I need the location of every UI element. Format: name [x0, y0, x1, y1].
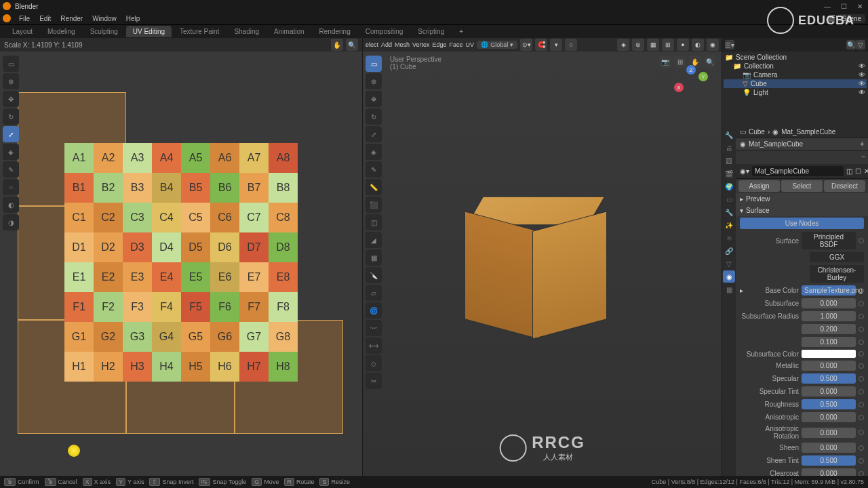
- proptab-material[interactable]: ◉: [723, 270, 735, 283]
- gizmo-toggle[interactable]: ◈: [617, 39, 629, 51]
- material-selector[interactable]: ◉▾ ◫ ☐ ✕: [736, 164, 868, 179]
- vp-bevel-tool[interactable]: ◢: [366, 232, 382, 248]
- material-unlink-icon[interactable]: ✕: [864, 167, 868, 175]
- property-socket[interactable]: [859, 340, 864, 345]
- header-select[interactable]: elect: [366, 41, 378, 48]
- proptab-viewlayer[interactable]: 🖼: [723, 155, 735, 167]
- expand-icon[interactable]: ▸: [740, 287, 743, 294]
- tab-sculpting[interactable]: Sculpting: [83, 26, 125, 37]
- material-browse-icon[interactable]: ◉▾: [740, 167, 749, 175]
- outliner-search-icon[interactable]: 🔍: [846, 40, 856, 49]
- vp-rip-tool[interactable]: ✂: [366, 373, 382, 389]
- material-users-icon[interactable]: ◫: [846, 167, 852, 175]
- relax-tool[interactable]: ◐: [3, 197, 19, 213]
- surface-value[interactable]: Principled BSDF: [802, 232, 856, 249]
- visibility-icon[interactable]: 👁: [859, 89, 865, 96]
- tab-scripting[interactable]: Scripting: [411, 26, 451, 37]
- snap-toggle[interactable]: 🧲: [535, 39, 547, 51]
- tab-texturepaint[interactable]: Texture Paint: [173, 26, 226, 37]
- vp-rotate-tool[interactable]: ↻: [366, 108, 382, 125]
- property-socket[interactable]: [859, 376, 864, 382]
- vp-annotate-tool[interactable]: ✎: [366, 161, 382, 178]
- property-socket[interactable]: [859, 471, 864, 476]
- tab-add[interactable]: +: [452, 26, 470, 37]
- property-value[interactable]: 0.000: [802, 361, 856, 371]
- visibility-icon[interactable]: 👁: [859, 62, 865, 70]
- orientation-dropdown[interactable]: 🌐 Global ▾: [477, 41, 517, 49]
- tab-animation[interactable]: Animation: [267, 26, 311, 37]
- scale-tool[interactable]: ⤢: [3, 126, 19, 142]
- property-socket[interactable]: [859, 389, 864, 394]
- assign-button[interactable]: Assign: [738, 180, 780, 192]
- remove-material-button[interactable]: −: [859, 150, 868, 163]
- menu-edit[interactable]: Edit: [35, 14, 55, 24]
- proptab-world[interactable]: 🌍: [723, 180, 735, 192]
- vp-polybuild-tool[interactable]: ▱: [366, 285, 382, 301]
- outliner-mode-icon[interactable]: ☰▾: [725, 40, 734, 49]
- vp-select-tool[interactable]: ▭: [366, 56, 382, 72]
- shading-material[interactable]: ◐: [692, 39, 704, 51]
- vp-shrink-tool[interactable]: ◇: [366, 355, 382, 371]
- visibility-icon[interactable]: 👁: [859, 80, 865, 87]
- property-value[interactable]: 0.500: [802, 399, 856, 409]
- vp-extrude-tool[interactable]: ⬛: [366, 197, 382, 213]
- tab-layout[interactable]: Layout: [5, 26, 39, 37]
- pivot-dropdown[interactable]: ⊙▾: [520, 39, 532, 51]
- grab-tool[interactable]: ○: [3, 179, 19, 195]
- proportional-toggle[interactable]: ○: [565, 39, 577, 51]
- cube-mesh[interactable]: [465, 187, 607, 336]
- menu-window[interactable]: Window: [88, 14, 121, 24]
- vp-knife-tool[interactable]: 🔪: [366, 267, 382, 283]
- proptab-texture[interactable]: ▦: [723, 283, 735, 296]
- navigation-gizmo[interactable]: X Y Z: [674, 65, 708, 99]
- vp-loopcut-tool[interactable]: ▦: [366, 249, 382, 266]
- transform-tool[interactable]: ◈: [3, 144, 19, 160]
- snap-dropdown[interactable]: ▾: [550, 39, 562, 51]
- property-socket[interactable]: [859, 445, 864, 451]
- select-tool[interactable]: ▭: [3, 56, 19, 72]
- property-socket[interactable]: [859, 458, 864, 464]
- select-button[interactable]: Select: [781, 180, 823, 192]
- vp-spin-tool[interactable]: 🌀: [366, 302, 382, 319]
- tab-modeling[interactable]: Modeling: [41, 26, 82, 37]
- vp-move-tool[interactable]: ✥: [366, 91, 382, 107]
- header-uv[interactable]: UV: [466, 41, 475, 48]
- property-value[interactable]: 0.000: [802, 412, 856, 422]
- property-value[interactable]: 0.200: [802, 324, 856, 334]
- shading-solid[interactable]: ●: [677, 39, 689, 51]
- tree-scene-collection[interactable]: 📁 Scene Collection: [724, 53, 867, 62]
- tree-collection[interactable]: 📁 Collection 👁: [724, 62, 867, 70]
- material-new-icon[interactable]: ☐: [855, 167, 861, 175]
- overlay-toggle[interactable]: ⊚: [632, 39, 644, 51]
- property-value[interactable]: 0.500: [802, 455, 856, 466]
- proptab-render[interactable]: 🔧: [723, 129, 735, 141]
- shading-rendered[interactable]: ◉: [707, 39, 719, 51]
- preview-section[interactable]: ▸ Preview: [736, 193, 868, 205]
- tab-rendering[interactable]: Rendering: [313, 26, 357, 37]
- vp-edgeslide-tool[interactable]: ⟷: [366, 338, 382, 354]
- property-socket[interactable]: [859, 301, 864, 306]
- property-value[interactable]: 0.100: [802, 337, 856, 347]
- uv-canvas[interactable]: ▭ ⊕ ✥ ↻ ⤢ ◈ ✎ ○ ◐ ◑ A1A2A3A4A5A6A: [0, 52, 362, 476]
- proptab-constraint[interactable]: 🔗: [723, 245, 735, 257]
- property-value[interactable]: 1.000: [802, 311, 856, 321]
- outliner-filter-icon[interactable]: ▽: [856, 40, 865, 49]
- vp-inset-tool[interactable]: ◫: [366, 214, 382, 230]
- proptab-modifier[interactable]: 🔧: [723, 206, 735, 218]
- material-name-input[interactable]: [752, 166, 844, 176]
- property-socket[interactable]: [859, 327, 864, 332]
- tree-light[interactable]: 💡 Light 👁: [724, 88, 867, 97]
- menu-render[interactable]: Render: [56, 14, 87, 24]
- property-socket[interactable]: [859, 415, 864, 420]
- gizmo-x-axis[interactable]: X: [674, 83, 684, 92]
- camera-view-icon[interactable]: 📷: [659, 56, 671, 68]
- header-face[interactable]: Face: [450, 41, 463, 48]
- add-material-button[interactable]: +: [860, 140, 864, 148]
- vp-transform-tool[interactable]: ◈: [366, 144, 382, 160]
- property-socket[interactable]: [859, 314, 864, 319]
- property-value[interactable]: 0.000: [802, 443, 856, 453]
- property-socket[interactable]: [859, 363, 864, 369]
- menu-help[interactable]: Help: [122, 14, 144, 24]
- gizmo-z-axis[interactable]: Z: [686, 65, 696, 75]
- property-socket[interactable]: [859, 351, 864, 357]
